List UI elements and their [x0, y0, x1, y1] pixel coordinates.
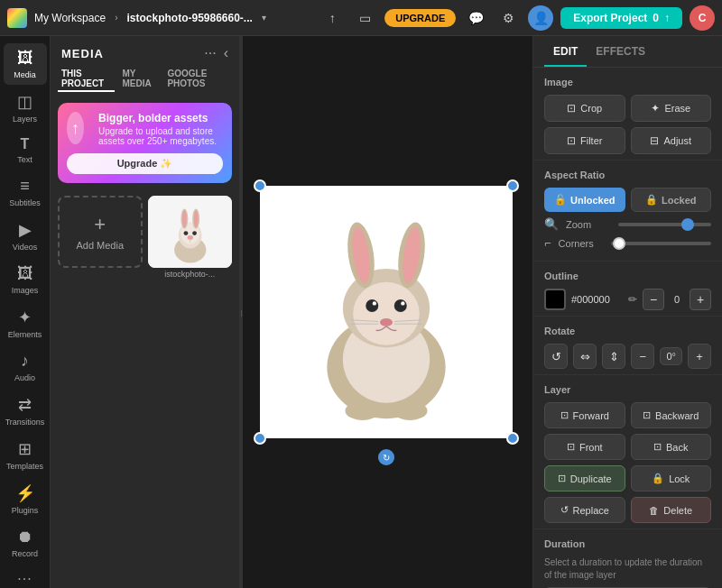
sidebar-item-record[interactable]: ⏺ Record	[4, 522, 47, 564]
delete-button[interactable]: 🗑 Delete	[631, 497, 712, 523]
text-icon: T	[21, 136, 30, 152]
svg-point-23	[401, 301, 404, 305]
lock-button[interactable]: 🔒 Lock	[631, 465, 712, 492]
image-buttons: ⊡ Crop ✦ Erase ⊡ Filter ⊟ Adjust	[544, 95, 711, 154]
lock-ratio-icon: 🔒	[645, 194, 658, 206]
sidebar-item-label-subtitles: Subtitles	[9, 198, 41, 207]
media-item[interactable]: istockphoto-...	[148, 196, 233, 279]
edit-color-icon[interactable]: ✏	[628, 293, 637, 306]
user-avatar[interactable]: C	[690, 5, 715, 31]
add-media-tile[interactable]: + Add Media	[58, 196, 143, 268]
svg-point-5	[181, 210, 186, 227]
outline-value: 0	[670, 294, 684, 305]
backward-button[interactable]: ⊡ Backward	[631, 402, 712, 428]
sidebar-item-label-templates: Templates	[6, 462, 43, 471]
sidebar-item-more[interactable]: ··· More	[4, 565, 47, 588]
sidebar-item-images[interactable]: 🖼 Images	[4, 259, 47, 300]
sidebar-item-label-transitions: Transitions	[5, 418, 45, 427]
flip-v-button[interactable]: ⇕	[602, 344, 625, 369]
sidebar-item-videos[interactable]: ▶ Videos	[4, 215, 47, 257]
back-button[interactable]: ⊡ Back	[631, 434, 712, 460]
rotate-ccw-button[interactable]: ↺	[544, 344, 568, 369]
export-button[interactable]: Export Project 0 ↑	[560, 7, 682, 29]
rotate-plus-button[interactable]: +	[688, 344, 711, 369]
outline-plus-button[interactable]: +	[690, 289, 711, 310]
tab-this-project[interactable]: THIS PROJECT	[58, 67, 115, 92]
replace-button[interactable]: ↺ Replace	[544, 497, 625, 523]
images-icon: 🖼	[17, 264, 33, 283]
sidebar-item-label-layers: Layers	[13, 115, 37, 124]
topbar: My Workspace › istockphoto-95986660-... …	[0, 0, 722, 36]
media-thumb-label: istockphoto-...	[148, 270, 233, 279]
canvas-rotate-handle[interactable]: ↻	[378, 449, 394, 465]
sidebar-item-label-media: Media	[14, 70, 36, 79]
handle-top-left[interactable]	[254, 179, 266, 192]
sidebar-item-templates[interactable]: ⊞ Templates	[4, 434, 47, 476]
sidebar-item-transitions[interactable]: ⇄ Transitions	[4, 390, 47, 432]
canvas-divider: |	[240, 36, 243, 588]
flip-h-button[interactable]: ⇔	[573, 344, 597, 369]
aspect-ratio-section: Aspect Ratio 🔓 Unlocked 🔒 Locked 🔍 Zoom	[533, 161, 722, 262]
sidebar-item-plugins[interactable]: ⚡ Plugins	[4, 478, 47, 520]
aspect-ratio-title: Aspect Ratio	[544, 170, 711, 180]
chat-icon[interactable]: 💬	[463, 5, 488, 31]
handle-top-right[interactable]	[506, 179, 519, 192]
locked-button[interactable]: 🔒 Locked	[631, 188, 712, 212]
canvas-area[interactable]: |	[240, 36, 532, 588]
tab-effects[interactable]: EFFECTS	[587, 36, 654, 67]
sidebar-item-media[interactable]: 🖼 Media	[4, 43, 47, 85]
duplicate-button[interactable]: ⊡ Duplicate	[544, 465, 625, 492]
dropdown-arrow-icon[interactable]: ▾	[262, 13, 266, 23]
outline-hex: #000000	[571, 294, 623, 305]
share-button[interactable]: ↑	[319, 5, 345, 31]
front-button[interactable]: ⊡ Front	[544, 434, 625, 460]
unlocked-button[interactable]: 🔓 Unlocked	[544, 188, 625, 212]
handle-bottom-left[interactable]	[254, 432, 266, 445]
forward-button[interactable]: ⊡ Forward	[544, 402, 625, 428]
icon-bar: 🖼 Media ◫ Layers T Text ≡ Subtitles ▶ Vi…	[0, 36, 51, 588]
sidebar-item-text[interactable]: T Text	[4, 131, 47, 170]
media-panel-tabs: THIS PROJECT MY MEDIA GOOGLE PHOTOS	[51, 67, 239, 97]
adjust-button[interactable]: ⊟ Adjust	[631, 127, 712, 154]
corners-slider[interactable]	[611, 242, 711, 245]
sidebar-item-audio[interactable]: ♪ Audio	[4, 346, 47, 388]
upgrade-action-button[interactable]: Upgrade ✨	[67, 153, 223, 174]
lock-icon: 🔒	[652, 473, 664, 484]
erase-button[interactable]: ✦ Erase	[631, 95, 712, 122]
user-add-button[interactable]: 👤	[528, 5, 553, 31]
canvas-frame[interactable]: ↻	[260, 186, 513, 438]
outline-minus-button[interactable]: −	[643, 289, 664, 310]
handle-bottom-right[interactable]	[506, 432, 519, 445]
sidebar-item-subtitles[interactable]: ≡ Subtitles	[4, 171, 47, 213]
transitions-icon: ⇄	[18, 395, 32, 415]
tab-edit[interactable]: EDIT	[544, 36, 587, 67]
media-panel-title: MEDIA	[61, 47, 104, 60]
svg-point-20	[366, 299, 378, 312]
screen-icon[interactable]: ▭	[352, 5, 377, 31]
subtitles-icon: ≡	[20, 177, 30, 196]
media-more-icon[interactable]: ···	[204, 45, 216, 61]
outline-color-swatch[interactable]	[544, 289, 566, 310]
svg-point-30	[393, 401, 428, 420]
right-panel-tabs: EDIT EFFECTS	[533, 36, 722, 68]
zoom-thumb[interactable]	[681, 218, 694, 231]
sidebar-item-elements[interactable]: ✦ Elements	[4, 302, 47, 345]
zoom-slider[interactable]	[618, 223, 711, 226]
media-thumbnail[interactable]	[148, 196, 233, 268]
svg-point-21	[394, 299, 407, 312]
settings-icon[interactable]: ⚙	[495, 5, 521, 31]
rotate-minus-button[interactable]: −	[631, 344, 654, 369]
sidebar-item-label-plugins: Plugins	[12, 506, 39, 515]
upgrade-button[interactable]: UPGRADE	[384, 9, 456, 27]
sidebar-item-layers[interactable]: ◫ Layers	[4, 87, 47, 129]
corners-label: Corners	[559, 238, 604, 249]
media-collapse-button[interactable]: ‹	[224, 45, 228, 61]
tab-my-media[interactable]: MY MEDIA	[118, 67, 160, 92]
upgrade-card-subtitle: Upgrade to upload and store assets over …	[98, 126, 223, 146]
svg-point-9	[187, 235, 192, 240]
workspace-icon	[7, 8, 27, 28]
crop-button[interactable]: ⊡ Crop	[544, 95, 625, 122]
filter-button[interactable]: ⊡ Filter	[544, 127, 625, 154]
tab-google-photos[interactable]: GOOGLE PHOTOS	[163, 67, 232, 92]
corners-thumb[interactable]	[613, 237, 625, 250]
